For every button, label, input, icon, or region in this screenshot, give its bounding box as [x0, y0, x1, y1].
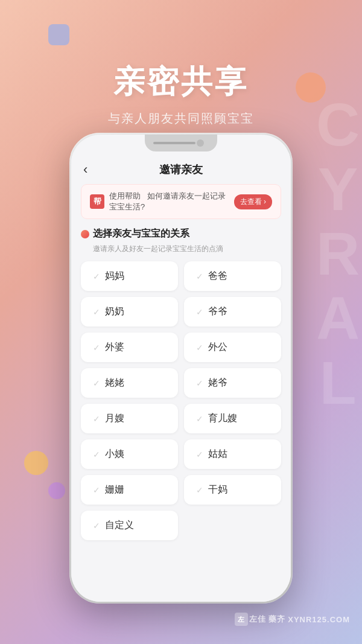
help-banner: 帮 使用帮助 如何邀请亲友一起记录宝宝生活? 去查看 ›: [81, 184, 281, 219]
bg-circle-purple: [48, 482, 65, 499]
relation-label: 奶奶: [105, 305, 124, 318]
relation-check-icon: ✓: [93, 272, 100, 281]
relation-item[interactable]: ✓外婆: [81, 333, 178, 362]
relation-item[interactable]: ✓爷爷: [184, 297, 281, 327]
relation-check-icon: ✓: [93, 378, 100, 388]
phone-notch: [145, 135, 217, 151]
relation-label: 月嫂: [105, 412, 124, 425]
help-text: 使用帮助 如何邀请亲友一起记录宝宝生活?: [109, 191, 229, 212]
relation-label: 姥爷: [208, 377, 227, 389]
section-subtitle: 邀请亲人及好友一起记录宝宝生活的点滴: [71, 243, 291, 261]
screen-header: ‹ 邀请亲友: [71, 153, 291, 184]
relation-item[interactable]: ✓姑姑: [184, 439, 281, 469]
relation-item[interactable]: ✓干妈: [184, 475, 281, 505]
relation-grid: ✓妈妈✓爸爸✓奶奶✓爷爷✓外婆✓外公✓姥姥✓姥爷✓月嫂✓育儿嫂✓小姨✓姑姑✓姗姗…: [71, 261, 291, 540]
relation-label: 姥姥: [105, 377, 124, 389]
main-title: 亲密共享: [113, 61, 249, 103]
help-icon: 帮: [90, 194, 104, 209]
back-button[interactable]: ‹: [83, 162, 87, 177]
relation-label: 妈妈: [105, 270, 124, 282]
relation-item[interactable]: ✓育儿嫂: [184, 404, 281, 433]
relation-label: 爷爷: [208, 305, 227, 318]
relation-label: 小姨: [105, 448, 124, 461]
relation-check-icon: ✓: [93, 521, 100, 531]
help-prefix: 使用帮助: [109, 191, 141, 200]
relation-label: 姗姗: [105, 483, 124, 496]
relation-label: 育儿嫂: [208, 412, 237, 425]
page-title: 邀请亲友: [159, 162, 203, 177]
phone-notch-bar: [153, 142, 195, 144]
relation-label: 爸爸: [208, 270, 227, 282]
relation-check-icon: ✓: [93, 343, 100, 352]
relation-check-icon: ✓: [93, 307, 100, 317]
phone-inner: ‹ 邀请亲友 帮 使用帮助 如何邀请亲友一起记录宝宝生活? 去查看 ›: [71, 135, 291, 602]
relation-check-icon: ✓: [93, 450, 100, 459]
phone-notch-camera: [197, 139, 204, 147]
watermark-sub: XYNR125.COM: [288, 615, 350, 624]
relation-check-icon: ✓: [196, 272, 203, 281]
relation-check-icon: ✓: [196, 414, 203, 424]
relation-check-icon: ✓: [196, 307, 203, 317]
relation-label: 自定义: [105, 519, 134, 532]
relation-check-icon: ✓: [196, 378, 203, 388]
phone-outer: ‹ 邀请亲友 帮 使用帮助 如何邀请亲友一起记录宝宝生活? 去查看 ›: [69, 133, 293, 604]
relation-check-icon: ✓: [196, 485, 203, 495]
relation-label: 外公: [208, 341, 227, 354]
sub-title: 与亲人朋友共同照顾宝宝: [108, 110, 254, 127]
relation-item[interactable]: ✓奶奶: [81, 297, 178, 327]
relation-item[interactable]: ✓妈妈: [81, 261, 178, 291]
relation-item[interactable]: ✓月嫂: [81, 404, 178, 433]
relation-item[interactable]: ✓姥姥: [81, 368, 178, 398]
relation-item[interactable]: ✓爸爸: [184, 261, 281, 291]
relation-item[interactable]: ✓姥爷: [184, 368, 281, 398]
relation-check-icon: ✓: [196, 450, 203, 459]
relation-item[interactable]: ✓自定义: [81, 511, 178, 540]
watermark-icon: 左: [235, 613, 248, 626]
relation-check-icon: ✓: [93, 414, 100, 424]
relation-item[interactable]: ✓外公: [184, 333, 281, 362]
relation-check-icon: ✓: [93, 485, 100, 495]
relation-check-icon: ✓: [196, 343, 203, 352]
watermark: 左 左佳 藥齐 XYNR125.COM: [235, 613, 350, 626]
watermark-logo: 左 左佳 藥齐: [235, 613, 286, 626]
section-dot: [81, 230, 89, 238]
relation-label: 干妈: [208, 483, 227, 496]
relation-item[interactable]: ✓小姨: [81, 439, 178, 469]
help-button[interactable]: 去查看 ›: [234, 194, 272, 209]
watermark-text: 左佳 藥齐: [249, 614, 286, 625]
section-title-text: 选择亲友与宝宝的关系: [93, 228, 189, 240]
screen-content: ‹ 邀请亲友 帮 使用帮助 如何邀请亲友一起记录宝宝生活? 去查看 ›: [71, 153, 291, 602]
bg-circle-yellow: [24, 451, 48, 475]
phone-mockup: ‹ 邀请亲友 帮 使用帮助 如何邀请亲友一起记录宝宝生活? 去查看 ›: [69, 133, 293, 604]
relation-item[interactable]: ✓姗姗: [81, 475, 178, 505]
relation-label: 外婆: [105, 341, 124, 354]
section-title: 选择亲友与宝宝的关系: [71, 228, 291, 243]
relation-label: 姑姑: [208, 448, 227, 461]
